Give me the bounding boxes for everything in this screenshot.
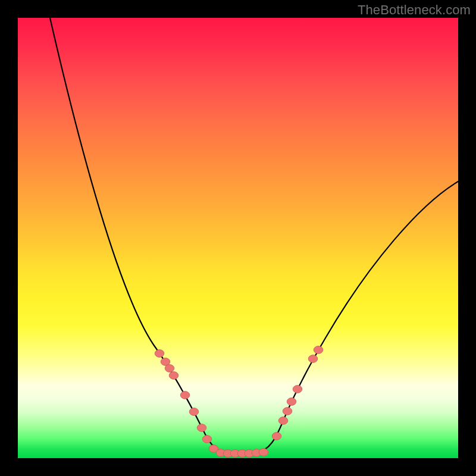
plot-area [18, 18, 458, 458]
data-marker [283, 408, 292, 415]
data-marker [278, 417, 288, 425]
data-marker [180, 392, 190, 399]
data-marker [197, 424, 206, 432]
data-marker [169, 372, 178, 380]
data-marker [287, 398, 296, 406]
curve-right [225, 181, 458, 453]
watermark-text: TheBottleneck.com [358, 2, 471, 18]
data-marker [308, 355, 318, 363]
data-marker [202, 436, 212, 443]
data-marker [189, 408, 199, 416]
data-marker [293, 386, 302, 393]
chart-frame: TheBottleneck.com [0, 0, 476, 476]
data-marker [155, 350, 164, 358]
data-marker [272, 433, 281, 440]
data-marker [165, 365, 174, 372]
chart-svg [18, 18, 458, 458]
data-marker [259, 449, 268, 456]
curve-left [50, 18, 250, 453]
marker-group [155, 346, 323, 458]
data-marker [314, 346, 323, 354]
